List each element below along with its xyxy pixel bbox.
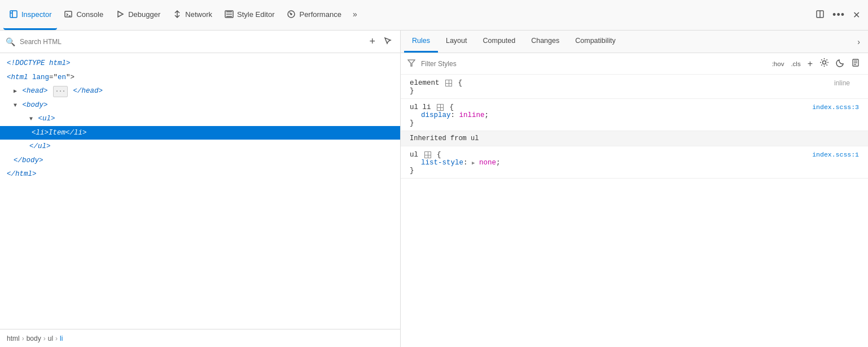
- toggle-browser-styles-button[interactable]: [850, 58, 861, 70]
- tree-line[interactable]: <html lang="en">: [0, 71, 400, 85]
- svg-line-15: [821, 64, 822, 65]
- ul-close-tag: </ul>: [29, 142, 51, 150]
- grid-layout-icon[interactable]: [424, 151, 431, 158]
- tree-line[interactable]: ▶ <head> ··· </head>: [0, 84, 400, 98]
- inherited-from-header: Inherited from ul: [401, 131, 868, 146]
- add-rule-button[interactable]: +: [806, 58, 814, 70]
- svg-line-16: [826, 59, 827, 60]
- performance-icon: [287, 10, 296, 19]
- html-tree: <!DOCTYPE html> <html lang="en"> ▶ <head…: [0, 53, 400, 329]
- grid-layout-icon[interactable]: [445, 80, 452, 86]
- changes-tab-label: Changes: [531, 37, 559, 45]
- tree-line[interactable]: ▼ <ul>: [0, 112, 400, 126]
- tab-rules[interactable]: Rules: [404, 31, 438, 53]
- layout-tab-label: Layout: [446, 37, 467, 45]
- tab-network[interactable]: Network: [167, 0, 218, 30]
- toolbar: Inspector Console Debugger Network: [0, 0, 868, 31]
- debugger-icon: [116, 10, 125, 19]
- tab-changes[interactable]: Changes: [523, 31, 567, 53]
- tab-style-editor[interactable]: Style Editor: [219, 0, 280, 30]
- svg-line-14: [826, 64, 827, 65]
- tree-line[interactable]: <!DOCTYPE html>: [0, 57, 400, 71]
- tab-inspector[interactable]: Inspector: [3, 0, 57, 30]
- head-tag: <head>: [23, 87, 48, 95]
- rule-close-brace: }: [410, 87, 859, 95]
- rules-content: element { inline } ul li { index.scss:3: [401, 75, 868, 347]
- tab-computed[interactable]: Computed: [475, 31, 524, 53]
- search-input[interactable]: [20, 38, 362, 46]
- svg-point-8: [823, 61, 826, 64]
- tab-more[interactable]: »: [348, 0, 362, 30]
- network-icon: [173, 10, 182, 19]
- property-expand-icon[interactable]: ▶: [472, 161, 475, 166]
- inspector-icon: [9, 10, 18, 19]
- ellipsis-badge: ···: [53, 86, 68, 97]
- tree-line[interactable]: </html>: [0, 167, 400, 181]
- html-open-tag: <html: [7, 73, 32, 81]
- rule-property: list-style: ▶ none;: [410, 159, 859, 167]
- rule-source-link[interactable]: index.scss:1: [812, 151, 859, 159]
- tab-performance-label: Performance: [299, 10, 341, 19]
- search-actions: +: [367, 34, 394, 49]
- search-bar: 🔍 +: [0, 31, 400, 53]
- body-close-tag: </body>: [14, 157, 43, 164]
- ul-li-rule: ul li { index.scss:3 display: inline; }: [401, 99, 868, 131]
- html-panel: 🔍 + <!DOCTYPE html> <html lang="en">: [0, 31, 401, 347]
- svg-line-13: [821, 59, 822, 60]
- svg-marker-2: [118, 11, 123, 17]
- grid-layout-icon[interactable]: [437, 104, 444, 111]
- search-icon: 🔍: [6, 37, 15, 46]
- li-tag: <li>Item</li>: [32, 129, 87, 137]
- tree-line[interactable]: </body>: [0, 154, 400, 168]
- breadcrumb-bar: html › body › ul › li: [0, 329, 400, 347]
- breadcrumb-sep: ›: [55, 335, 58, 342]
- body-open-tag: <body>: [23, 101, 48, 109]
- close-devtools-button[interactable]: ✕: [851, 7, 862, 23]
- collapse-icon: ▼: [14, 102, 17, 109]
- add-node-button[interactable]: +: [367, 34, 378, 49]
- filter-actions: :hov .cls +: [770, 57, 861, 71]
- breadcrumb-html[interactable]: html: [7, 335, 20, 342]
- tab-debugger[interactable]: Debugger: [110, 0, 166, 30]
- pick-element-button[interactable]: [381, 34, 394, 49]
- tab-inspector-label: Inspector: [21, 10, 51, 19]
- dark-mode-button[interactable]: [834, 57, 847, 71]
- breadcrumb-li[interactable]: li: [60, 335, 63, 342]
- rule-property: display: inline;: [410, 111, 859, 119]
- tab-debugger-label: Debugger: [128, 10, 160, 19]
- light-mode-button[interactable]: [818, 57, 831, 71]
- styles-panel: Rules Layout Computed Changes Compatibil…: [401, 31, 868, 347]
- svg-rect-1: [65, 11, 72, 17]
- dock-button[interactable]: [813, 7, 827, 23]
- tree-line[interactable]: </ul>: [0, 140, 400, 154]
- html-close-tag: </html>: [7, 170, 37, 178]
- svg-marker-7: [408, 60, 415, 66]
- pseudo-class-hov-button[interactable]: :hov: [770, 59, 786, 68]
- svg-point-5: [291, 14, 292, 15]
- style-editor-icon: [225, 10, 234, 19]
- tab-console[interactable]: Console: [58, 0, 109, 30]
- tab-console-label: Console: [76, 10, 103, 19]
- tab-performance[interactable]: Performance: [281, 0, 347, 30]
- inherited-label: Inherited from ul: [410, 135, 479, 142]
- breadcrumb-body[interactable]: body: [27, 335, 41, 342]
- toolbar-right-actions: ••• ✕: [813, 7, 865, 23]
- tab-network-label: Network: [185, 10, 212, 19]
- rules-tabs-overflow[interactable]: ›: [853, 34, 865, 50]
- tree-line[interactable]: ▼ <body>: [0, 98, 400, 112]
- tab-compatibility[interactable]: Compatibility: [567, 31, 624, 53]
- filter-styles-input[interactable]: [421, 60, 765, 68]
- rules-tab-label: Rules: [412, 37, 430, 45]
- rule-close-brace: }: [410, 167, 859, 175]
- svg-rect-0: [10, 11, 17, 18]
- element-rule: element { inline }: [401, 75, 868, 99]
- selected-element[interactable]: <li>Item</li>: [0, 126, 400, 140]
- ul-rule: ul { index.scss:1 list-style: ▶ none; }: [401, 146, 868, 179]
- breadcrumb-ul[interactable]: ul: [48, 335, 53, 342]
- doctype-tag: <!DOCTYPE html>: [7, 59, 71, 67]
- add-class-button[interactable]: .cls: [789, 59, 802, 68]
- overflow-menu-button[interactable]: •••: [830, 7, 847, 23]
- rule-source-link[interactable]: index.scss:3: [812, 103, 859, 111]
- tab-layout[interactable]: Layout: [438, 31, 475, 53]
- breadcrumb-sep: ›: [43, 335, 46, 342]
